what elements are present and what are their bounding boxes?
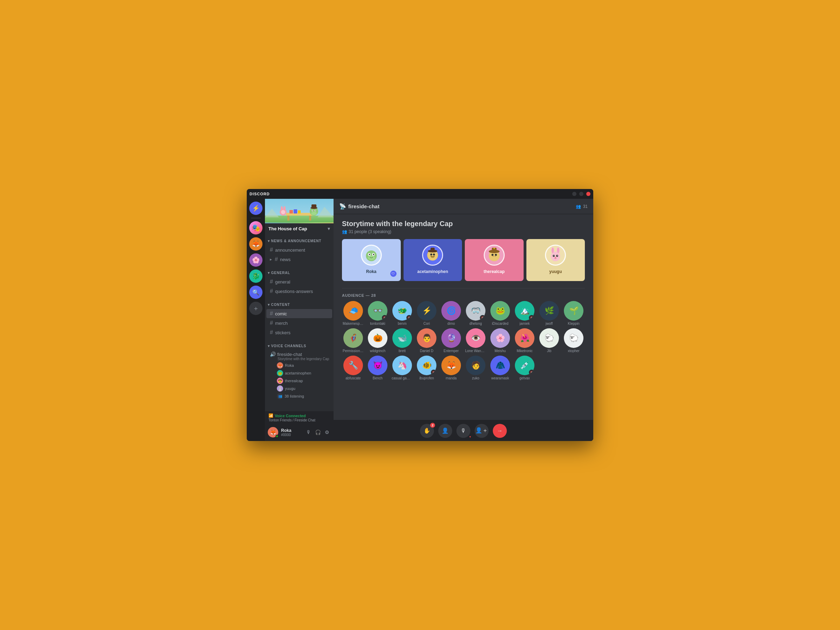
category-general-label[interactable]: ▾ GENERAL xyxy=(268,271,290,275)
audience-member-getvax[interactable]: 💉 🔇 getvax xyxy=(513,355,536,380)
speaker-card-roka[interactable]: Roka 🛡 xyxy=(342,239,401,281)
add-server-icon[interactable]: ＋ xyxy=(249,302,262,315)
app-body: ⚡ 🎭 🦊 🌸 🐉 🔍 ＋ xyxy=(247,199,593,441)
listeners-icon: 👥 xyxy=(277,393,283,399)
audience-member-miketronic[interactable]: 🌺 Miketronic xyxy=(513,328,536,353)
category-news-label[interactable]: ▾ NEWS & ANNOUNCEMENT xyxy=(268,239,321,243)
server-icon-2[interactable]: 🦊 xyxy=(249,237,262,251)
server-icon-1[interactable]: 🎭 xyxy=(249,221,262,235)
audience-member-bench[interactable]: 😈 Bench xyxy=(366,355,389,380)
voice-member-name: acetaminophen xyxy=(285,371,311,375)
mic-chevron: ▾ xyxy=(469,435,471,439)
signal-icon: 📶 xyxy=(268,413,273,418)
audience-member-meishu[interactable]: 🌸 Meishu xyxy=(489,328,512,353)
raise-hand-button[interactable]: ✋ 2 xyxy=(420,424,434,438)
speaker-name-acetaminophen: acetaminophen xyxy=(417,269,448,274)
channel-questions[interactable]: # questions-answers xyxy=(266,287,332,296)
mic-button[interactable]: 🎙 ▾ xyxy=(456,424,471,438)
deafen-badge: 🔇 xyxy=(529,369,534,375)
audience-member-brett[interactable]: 🐋 brett xyxy=(391,328,413,353)
name-getvax: getvax xyxy=(519,376,529,380)
server-header[interactable]: The House of Cap ▾ xyxy=(265,199,333,231)
leave-button[interactable]: → xyxy=(493,424,507,438)
audience-member-benm[interactable]: 🐲 🔇 benm xyxy=(391,301,413,325)
name-dhelong: dhelong xyxy=(469,322,482,325)
name-meishu: Meishu xyxy=(494,349,506,353)
audience-member-rnanda[interactable]: 🦊 rnanda xyxy=(440,355,463,380)
voice-channel-fireside[interactable]: 🔊 fireside-chat Storytime with the legen… xyxy=(266,351,332,401)
title-bar: DISCORD xyxy=(247,189,593,199)
audience-member-casual-gamer[interactable]: 🦄 casual gamer xyxy=(391,355,413,380)
svg-rect-11 xyxy=(311,204,316,208)
svg-point-50 xyxy=(554,255,554,256)
audience-member-entemper[interactable]: 🔮 Entemper xyxy=(440,328,463,353)
svg-rect-3 xyxy=(287,216,289,221)
channel-news[interactable]: ▸ # news xyxy=(266,255,332,264)
svg-rect-6 xyxy=(294,209,297,213)
channel-general[interactable]: # general xyxy=(266,277,332,286)
voice-member-therealcap: 🤠 therealcap xyxy=(277,377,329,385)
audience-member-wildgrinch[interactable]: 🎃 wildgrinch xyxy=(366,328,389,353)
server-icon-4[interactable]: 🐉 xyxy=(249,270,262,283)
channel-stickers[interactable]: # stickers xyxy=(266,328,332,337)
raise-hand-icon: ✋ xyxy=(423,427,431,434)
audience-member-lone-wanderer[interactable]: 👁️ Lone Wanderer xyxy=(464,328,487,353)
name-kleppin: Kleppin xyxy=(568,322,579,325)
audience-member-dhelong[interactable]: 🥽 🔇 dhelong xyxy=(464,301,487,325)
avatar-bench: 😈 xyxy=(368,355,387,375)
server-icon-3[interactable]: 🌸 xyxy=(249,253,262,267)
speaker-card-therealcap[interactable]: therealcap xyxy=(465,239,524,281)
svg-rect-7 xyxy=(298,210,301,213)
channel-announcement[interactable]: # announcement xyxy=(266,245,332,254)
category-voice-label[interactable]: ▾ VOICE CHANNELS xyxy=(268,344,306,348)
maximize-button[interactable] xyxy=(579,192,583,196)
user-avatar: 🦊 xyxy=(268,427,278,437)
channel-merch[interactable]: # merch xyxy=(266,319,332,328)
audience-member-makemespeakrr[interactable]: 🧢 Makemespeakrr xyxy=(342,301,364,325)
server-dropdown-icon[interactable]: ▾ xyxy=(328,226,330,231)
avatar-getvax: 💉 🔇 xyxy=(515,355,534,375)
avatar-entemper: 🔮 xyxy=(441,328,461,348)
app-window: DISCORD ⚡ 🎭 🦊 🌸 🐉 🔍 ＋ xyxy=(247,189,593,441)
speaker-card-acetaminophen[interactable]: acetaminophen xyxy=(404,239,463,281)
audience-member-idiscarded[interactable]: 🐸 iDiscarded xyxy=(489,301,512,325)
audience-member-jamiek[interactable]: 🏔️ 🔇 jamiek xyxy=(513,301,536,325)
user-tag: #0000 xyxy=(281,433,302,437)
search-server-icon[interactable]: 🔍 xyxy=(249,286,262,299)
name-rnanda: rnanda xyxy=(445,376,456,380)
settings-button[interactable]: ⚙ xyxy=(323,428,331,436)
hash-icon: # xyxy=(270,329,273,336)
add-speaker-button[interactable]: 👤＋ xyxy=(475,424,489,438)
audience-member-abfuscate[interactable]: 🔧 abfuscate xyxy=(342,355,364,380)
audience-member-ibuprofen[interactable]: 🐠 🔇 ibuprofen xyxy=(415,355,438,380)
audience-member-dimo[interactable]: 🌀 dimo xyxy=(440,301,463,325)
user-status-indicator xyxy=(275,435,279,438)
audience-member-xtopher[interactable]: 🐑 xtopher xyxy=(562,328,585,353)
category-content-label[interactable]: ▾ CONTENT xyxy=(268,303,290,306)
sidebar-divider xyxy=(251,218,261,218)
title-bar-controls xyxy=(572,192,591,196)
audience-member-zuko[interactable]: 🧑 zuko xyxy=(464,355,487,380)
stage-title-area: Storytime with the legendary Cap 👥 31 pe… xyxy=(342,220,585,234)
avatar-cori: ⚡ xyxy=(417,301,436,321)
audience-member-cori[interactable]: ⚡ Cori xyxy=(415,301,438,325)
main-header-left: 📡 fireside-chat xyxy=(339,203,379,210)
audience-member-tontontaki[interactable]: 👓 🔇 tontontaki xyxy=(366,301,389,325)
voice-connected-sublabel: Tonton Friends / Fireside Chat xyxy=(268,418,330,422)
headset-button[interactable]: 🎧 xyxy=(314,428,322,436)
hash-icon: # xyxy=(270,288,273,294)
discord-home-icon[interactable]: ⚡ xyxy=(249,202,262,215)
invite-button[interactable]: 👤 xyxy=(438,424,452,438)
audience-member-daniel-d[interactable]: 👨 Daniel D xyxy=(415,328,438,353)
audience-member-kleppin[interactable]: 🌱 Kleppin xyxy=(562,301,585,325)
channel-comic[interactable]: # comic xyxy=(266,309,332,318)
audience-member-wearamask[interactable]: 🧥 wearamask xyxy=(489,355,512,380)
minimize-button[interactable] xyxy=(572,192,576,196)
audience-member-jwoff[interactable]: 🌿 jwoff xyxy=(538,301,561,325)
name-zuko: zuko xyxy=(472,376,479,380)
speaker-card-yuugu[interactable]: yuugu xyxy=(526,239,585,281)
audience-member-jib[interactable]: 🐑 Jib xyxy=(538,328,561,353)
close-button[interactable] xyxy=(586,192,591,196)
audience-member-permission-man[interactable]: 🦸 Permission Man xyxy=(342,328,364,353)
mic-button[interactable]: 🎙 xyxy=(305,428,313,436)
